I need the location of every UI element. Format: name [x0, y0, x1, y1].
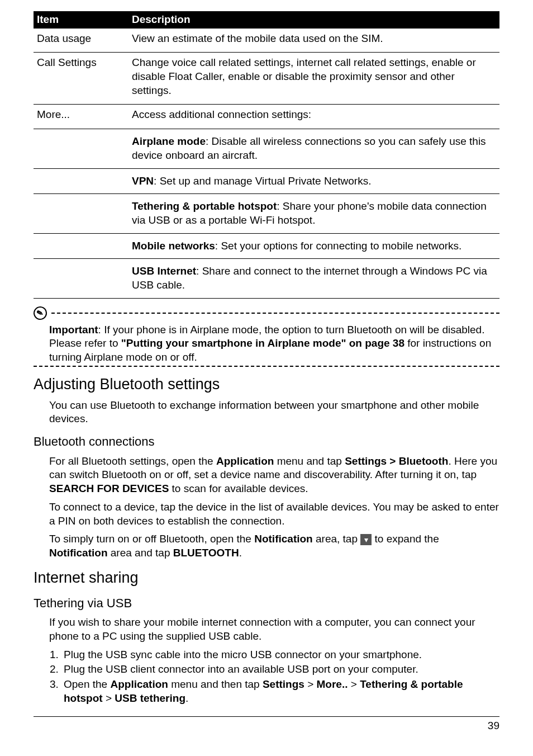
- row-desc: Airplane mode: Disable all wireless conn…: [129, 129, 499, 168]
- note-body: Important: If your phone is in Airplane …: [34, 322, 499, 367]
- bt-paragraph-3: To simply turn on or off Bluetooth, open…: [49, 532, 499, 560]
- row-item: Call Settings: [34, 53, 129, 105]
- table-row: USB Internet: Share and connect to the i…: [34, 259, 499, 298]
- settings-table: Item Description Data usage View an esti…: [34, 11, 499, 299]
- list-item: Open the Application menu and then tap S…: [61, 678, 499, 705]
- table-row: Call Settings Change voice call related …: [34, 53, 499, 105]
- row-desc: View an estimate of the mobile data used…: [129, 29, 499, 53]
- blank-cell: [34, 233, 129, 259]
- row-item: Data usage: [34, 29, 129, 53]
- list-item: Plug the USB sync cable into the micro U…: [61, 648, 499, 662]
- heading-bluetooth: Adjusting Bluetooth settings: [34, 375, 499, 394]
- heading-bt-connections: Bluetooth connections: [34, 434, 499, 450]
- row-item: More...: [34, 105, 129, 129]
- bt-paragraph-1: For all Bluetooth settings, open the App…: [49, 455, 499, 496]
- pin-icon: ✎: [32, 305, 48, 321]
- table-row: Data usage View an estimate of the mobil…: [34, 29, 499, 53]
- blank-cell: [34, 168, 129, 194]
- dash-divider: [51, 313, 499, 314]
- blank-cell: [34, 259, 129, 298]
- internet-intro: If you wish to share your mobile interne…: [49, 616, 499, 643]
- important-note: ✎ Important: If your phone is in Airplan…: [34, 306, 499, 367]
- bluetooth-intro: You can use Bluetooth to exchange inform…: [49, 399, 499, 426]
- blank-cell: [34, 129, 129, 168]
- bt-paragraph-2: To connect to a device, tap the device i…: [49, 500, 499, 528]
- heading-internet-sharing: Internet sharing: [34, 568, 499, 588]
- row-desc: Tethering & portable hotspot: Share your…: [129, 194, 499, 233]
- th-item: Item: [34, 11, 129, 29]
- table-row: More... Access additional connection set…: [34, 105, 499, 129]
- blank-cell: [34, 194, 129, 233]
- row-desc: Mobile networks: Set your options for co…: [129, 233, 499, 259]
- row-desc: Access additional connection settings:: [129, 105, 499, 129]
- table-row: Mobile networks: Set your options for co…: [34, 233, 499, 259]
- th-desc: Description: [129, 11, 499, 29]
- row-desc: Change voice call related settings, inte…: [129, 53, 499, 105]
- chevron-down-icon: ▾: [360, 534, 372, 545]
- table-row: VPN: Set up and manage Virtual Private N…: [34, 168, 499, 194]
- page-footer: 39: [34, 716, 499, 733]
- list-item: Plug the USB client connector into an av…: [61, 663, 499, 677]
- table-row: Tethering & portable hotspot: Share your…: [34, 194, 499, 233]
- row-desc: USB Internet: Share and connect to the i…: [129, 259, 499, 298]
- page-number: 39: [488, 720, 499, 731]
- heading-tether-usb: Tethering via USB: [34, 596, 499, 612]
- tethering-steps: Plug the USB sync cable into the micro U…: [49, 648, 499, 706]
- table-row: Airplane mode: Disable all wireless conn…: [34, 129, 499, 168]
- row-desc: VPN: Set up and manage Virtual Private N…: [129, 168, 499, 194]
